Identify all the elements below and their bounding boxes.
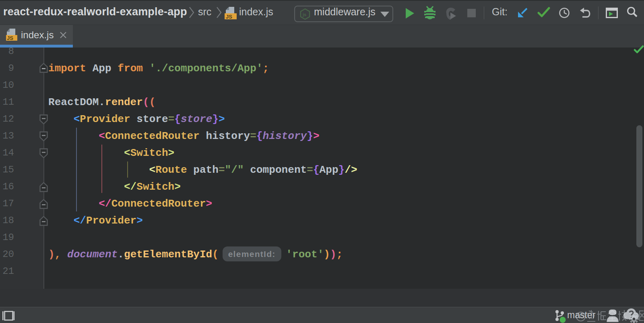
svg-text:js: js bbox=[302, 12, 306, 17]
svg-text:JS: JS bbox=[226, 14, 232, 20]
svg-text:JS: JS bbox=[7, 35, 13, 41]
